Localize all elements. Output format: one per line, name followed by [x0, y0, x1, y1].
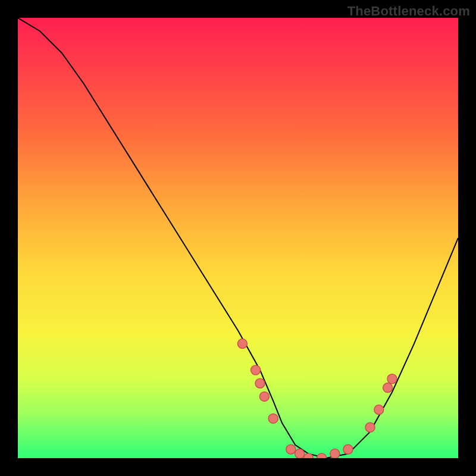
markers-group	[237, 339, 397, 458]
data-point	[295, 449, 305, 458]
data-point	[387, 374, 397, 384]
data-point	[251, 365, 261, 375]
chart-svg	[18, 18, 458, 458]
data-point	[365, 422, 375, 432]
data-point	[255, 378, 265, 388]
data-point	[330, 449, 340, 458]
data-point	[286, 444, 296, 454]
data-point	[374, 405, 384, 415]
plot-area	[18, 18, 458, 458]
watermark-text: TheBottleneck.com	[347, 4, 470, 19]
data-point	[268, 414, 278, 423]
data-point	[383, 383, 393, 393]
data-point	[259, 392, 269, 401]
bottleneck-curve	[18, 18, 458, 458]
chart-frame: TheBottleneck.com	[0, 0, 476, 476]
data-point	[343, 444, 353, 454]
data-point	[237, 339, 247, 349]
data-point	[317, 453, 327, 458]
